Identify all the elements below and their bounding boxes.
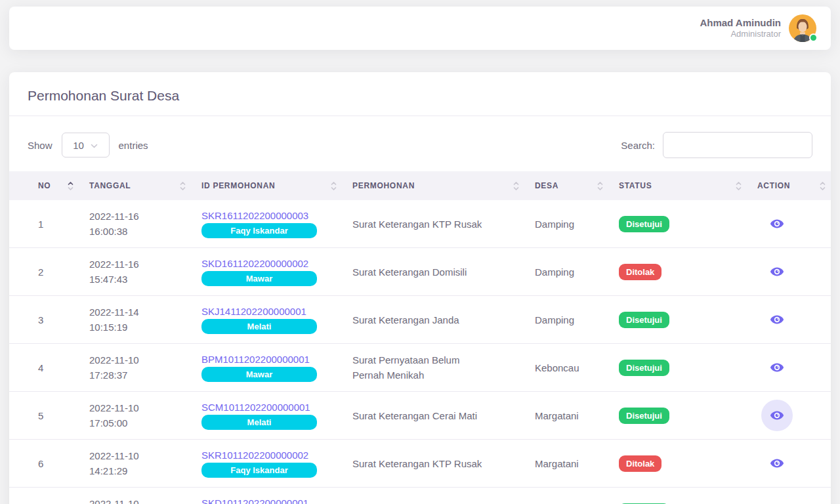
column-header[interactable]: STATUS — [608, 171, 747, 200]
applicant-badge: Faqy Iskandar — [201, 223, 317, 238]
view-action-button[interactable] — [761, 208, 793, 240]
table-row: 7 2022-11-10 11:57:01 SKD101120220000000… — [9, 488, 831, 504]
row-time: 17:05:00 — [89, 415, 180, 430]
view-action-button[interactable] — [761, 304, 793, 335]
eye-icon — [770, 264, 784, 279]
entries-select-value: 10 — [73, 140, 84, 151]
row-permohonan: Surat Keterangan Janda — [342, 296, 524, 344]
table-row: 5 2022-11-10 17:05:00 SCM101120220000000… — [9, 392, 831, 440]
column-header[interactable]: ID PERMOHONAN — [191, 171, 342, 200]
row-date: 2022-11-10 — [89, 448, 180, 463]
row-action — [747, 248, 831, 296]
row-date: 2022-11-10 — [89, 400, 180, 415]
row-id-cell: SKJ1411202200000001 Melati — [191, 296, 342, 344]
sort-chevrons-icon[interactable] — [736, 180, 742, 192]
table-row: 1 2022-11-16 16:00:38 SKR161120220000000… — [9, 200, 831, 248]
table-row: 3 2022-11-14 10:15:19 SKJ141120220000000… — [9, 296, 831, 344]
column-header[interactable]: NO — [9, 171, 79, 200]
permohonan-id-link[interactable]: BPM1011202200000001 — [201, 354, 310, 365]
row-time: 16:00:38 — [89, 224, 180, 239]
row-action — [747, 392, 831, 440]
permohonan-table: NO TANGGAL ID PERMOHONAN PERMOHONAN — [9, 171, 831, 504]
row-id-cell: SKR1011202200000002 Faqy Iskandar — [191, 440, 342, 488]
user-role: Administrator — [700, 29, 781, 40]
row-tanggal: 2022-11-10 11:57:01 — [79, 488, 191, 504]
row-permohonan: Surat Keterangan KTP Rusak — [342, 200, 524, 248]
row-status: Ditolak — [608, 440, 747, 488]
permohonan-id-link[interactable]: SKD1611202200000002 — [201, 258, 308, 269]
row-permohonan: Surat Keterangan Domisili — [342, 248, 524, 296]
permohonan-id-link[interactable]: SKD1011202200000001 — [201, 497, 308, 504]
permohonan-id-link[interactable]: SCM1011202200000001 — [201, 402, 310, 413]
view-action-button[interactable] — [761, 352, 793, 383]
column-header[interactable]: DESA — [524, 171, 608, 200]
sort-chevrons-icon[interactable] — [180, 180, 186, 192]
user-name: Ahmad Aminudin — [700, 16, 781, 30]
row-action — [747, 344, 831, 392]
row-desa: Margatani — [524, 440, 608, 488]
search-label: Search: — [621, 140, 655, 151]
page-title: Permohonan Surat Desa — [28, 88, 812, 104]
chevron-down-icon — [91, 144, 98, 148]
card-header: Permohonan Surat Desa — [9, 72, 831, 116]
row-time: 14:21:29 — [89, 463, 180, 478]
eye-icon — [770, 217, 784, 231]
permohonan-id-link[interactable]: SKR1011202200000002 — [201, 450, 308, 461]
applicant-badge: Melati — [201, 319, 317, 334]
sort-chevrons-icon[interactable] — [513, 180, 519, 192]
sort-chevrons-icon[interactable] — [331, 180, 337, 192]
status-badge: Disetujui — [619, 312, 669, 328]
row-action — [747, 488, 831, 504]
row-id-cell: SCM1011202200000001 Melati — [191, 392, 342, 440]
search-input[interactable] — [663, 132, 812, 158]
column-header[interactable]: ACTION — [747, 171, 831, 200]
row-status: Disetujui — [608, 488, 747, 504]
row-desa: Margatani — [524, 392, 608, 440]
view-action-button[interactable] — [761, 256, 793, 287]
view-action-button[interactable] — [761, 495, 793, 504]
row-id-cell: BPM1011202200000001 Mawar — [191, 344, 342, 392]
status-badge: Disetujui — [619, 216, 669, 232]
avatar[interactable] — [789, 14, 816, 42]
table-controls: Show 10 entries Search: — [9, 116, 831, 171]
user-info: Ahmad Aminudin Administrator — [700, 16, 781, 40]
permohonan-id-link[interactable]: SKJ1411202200000001 — [201, 306, 306, 317]
row-number: 6 — [9, 440, 79, 488]
row-desa: Damping — [524, 248, 608, 296]
user-menu[interactable]: Ahmad Aminudin Administrator — [700, 14, 816, 42]
view-action-button[interactable] — [761, 400, 793, 431]
row-id-cell: SKR1611202200000003 Faqy Iskandar — [191, 200, 342, 248]
row-id-cell: SKD1611202200000002 Mawar — [191, 248, 342, 296]
applicant-badge: Melati — [201, 415, 317, 430]
row-status: Disetujui — [608, 296, 747, 344]
row-permohonan: Surat Keterangan Domisili — [342, 488, 524, 504]
row-date: 2022-11-10 — [89, 352, 180, 368]
row-tanggal: 2022-11-16 16:00:38 — [79, 200, 191, 248]
sort-chevrons-icon[interactable] — [68, 180, 74, 192]
column-header[interactable]: PERMOHONAN — [342, 171, 524, 200]
sort-chevrons-icon[interactable] — [820, 180, 826, 192]
row-permohonan: Surat Keterangan KTP Rusak — [342, 440, 524, 488]
entries-label: entries — [119, 140, 148, 151]
permohonan-id-link[interactable]: SKR1611202200000003 — [201, 210, 308, 221]
row-time: 15:47:43 — [89, 272, 180, 287]
sort-chevrons-icon[interactable] — [597, 180, 603, 192]
status-badge: Ditolak — [619, 264, 662, 280]
view-action-button[interactable] — [761, 448, 793, 479]
row-desa: Keboncau — [524, 488, 608, 504]
row-date: 2022-11-16 — [89, 257, 180, 272]
column-header[interactable]: TANGGAL — [79, 171, 191, 200]
row-desa: Damping — [524, 200, 608, 248]
entries-select[interactable]: 10 — [62, 133, 110, 158]
applicant-badge: Mawar — [201, 271, 317, 286]
row-number: 5 — [9, 392, 79, 440]
table-row: 6 2022-11-10 14:21:29 SKR101120220000000… — [9, 440, 831, 488]
row-tanggal: 2022-11-10 17:28:37 — [79, 344, 191, 392]
status-badge: Disetujui — [619, 408, 669, 424]
row-action — [747, 440, 831, 488]
row-tanggal: 2022-11-10 14:21:29 — [79, 440, 191, 488]
status-badge: Disetujui — [619, 360, 669, 376]
status-badge: Ditolak — [619, 455, 662, 472]
row-permohonan: Surat Pernyataan Belum Pernah Menikah — [342, 344, 524, 392]
row-number: 1 — [9, 200, 79, 248]
